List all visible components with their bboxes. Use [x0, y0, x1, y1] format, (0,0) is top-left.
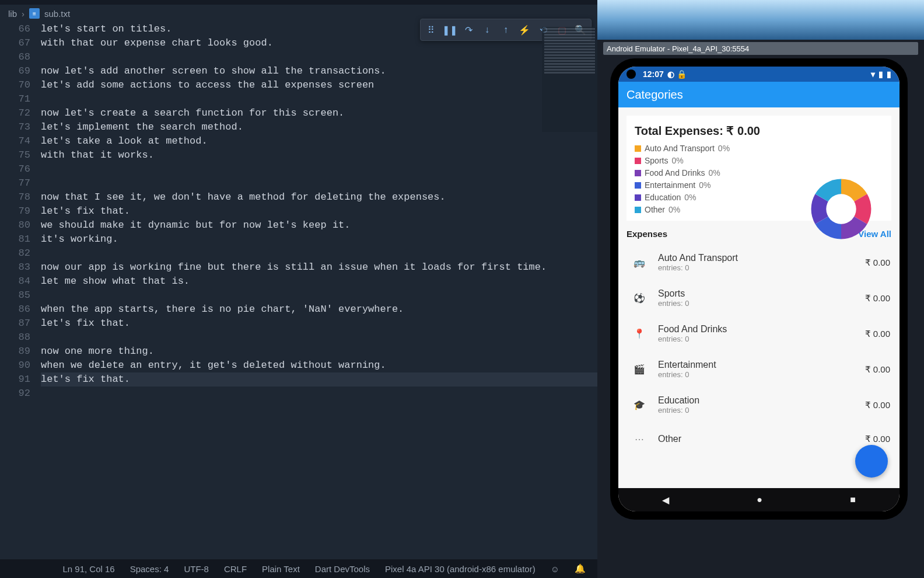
expense-item[interactable]: ⚽Sportsentries: 0₹ 0.00 [626, 280, 891, 316]
breadcrumb-file[interactable]: sub.txt [44, 9, 70, 19]
line-number: 72 [0, 106, 30, 120]
code-line[interactable]: now that I see it, we don't have a metho… [41, 190, 597, 204]
breadcrumb-folder[interactable]: lib [8, 9, 17, 19]
legend-pct: 0% [709, 168, 720, 177]
expense-amount: ₹ 0.00 [865, 329, 890, 339]
legend-pct: 0% [668, 205, 680, 214]
nav-back-icon[interactable]: ◀ [662, 495, 669, 506]
bell-icon[interactable]: 🔔 [575, 563, 586, 574]
legend-pct: 0% [684, 193, 696, 202]
status-spaces[interactable]: Spaces: 4 [130, 564, 169, 574]
tab-strip [0, 0, 597, 5]
emulator-title: Android Emulator - Pixel_4a_API_30:5554 [607, 44, 749, 53]
debug-icons: ◐ 🔒 [667, 69, 687, 79]
legend-name: Auto And Transport [645, 144, 715, 153]
code-line[interactable]: now let's add another screen to show all… [41, 64, 597, 78]
code-line[interactable] [41, 288, 597, 302]
expense-name: Education [658, 395, 865, 406]
status-ln-col[interactable]: Ln 91, Col 16 [62, 564, 114, 574]
code-line[interactable] [41, 387, 597, 401]
file-icon: ≡ [29, 8, 40, 19]
ball-icon: ⚽ [631, 290, 648, 307]
feedback-icon[interactable]: ☺ [551, 564, 559, 574]
legend-name: Food And Drinks [645, 168, 705, 177]
code-line[interactable]: now let's create a search function for t… [41, 106, 597, 120]
battery-icon: ▮ [887, 69, 891, 79]
step-out-icon[interactable]: ↑ [498, 22, 514, 38]
expense-item[interactable]: 🎓Educationentries: 0₹ 0.00 [626, 387, 891, 423]
fab-add-button[interactable] [855, 445, 888, 478]
expense-item[interactable]: 📍Food And Drinksentries: 0₹ 0.00 [626, 316, 891, 351]
expense-name: Auto And Transport [658, 253, 865, 263]
signal-icon: ▮ [878, 69, 883, 79]
code-line[interactable] [41, 162, 597, 176]
legend-pct: 0% [718, 144, 730, 153]
line-number: 71 [0, 92, 30, 106]
expense-entries: entries: 0 [658, 299, 865, 308]
drag-handle-icon[interactable]: ⠿ [423, 22, 439, 38]
code-line[interactable] [41, 92, 597, 106]
expenses-label: Expenses [626, 229, 667, 239]
line-number: 67 [0, 36, 30, 50]
line-number: 86 [0, 302, 30, 316]
step-over-icon[interactable]: ↷ [460, 22, 477, 38]
code-line[interactable]: when the app starts, there is no pie cha… [41, 302, 597, 316]
line-number: 91 [0, 372, 30, 387]
legend-name: Education [645, 193, 681, 202]
app-content[interactable]: Total Expenses: ₹ 0.00 Auto And Transpor… [618, 107, 900, 488]
status-eol[interactable]: CRLF [224, 564, 247, 574]
school-icon: 🎓 [631, 397, 648, 413]
code-line[interactable]: let's add some actions to access the all… [41, 78, 597, 92]
code-line[interactable]: let's fix that. [41, 204, 597, 218]
line-number: 74 [0, 134, 30, 148]
code-line[interactable]: with that it works. [41, 148, 597, 162]
code-line[interactable] [41, 246, 597, 260]
expense-name: Sports [658, 288, 865, 299]
legend-item: Sports0% [635, 156, 883, 165]
line-number: 82 [0, 246, 30, 260]
code-line[interactable]: let's implement the search method. [41, 120, 597, 134]
code-line[interactable]: let me show what that is. [41, 274, 597, 288]
code-line[interactable]: now one more thing. [41, 344, 597, 358]
line-number: 84 [0, 274, 30, 288]
code-line[interactable]: let's take a look at method. [41, 134, 597, 148]
pause-icon[interactable]: ❚❚ [442, 22, 458, 38]
code-line[interactable]: let's fix that. [41, 316, 597, 330]
line-number: 76 [0, 162, 30, 176]
phone-frame: 12:07 ◐ 🔒 ▾ ▮ ▮ Categories Total Expense… [610, 58, 908, 520]
app-bar: Categories [618, 82, 900, 107]
minimap[interactable] [542, 27, 597, 132]
code-line[interactable]: now our app is working fine but there is… [41, 260, 597, 274]
status-devtools[interactable]: Dart DevTools [315, 564, 370, 574]
donut-chart [806, 174, 876, 244]
code-line[interactable] [41, 330, 597, 344]
status-lang[interactable]: Plain Text [262, 564, 300, 574]
line-number: 90 [0, 358, 30, 372]
expense-item[interactable]: 🚌Auto And Transportentries: 0₹ 0.00 [626, 245, 891, 280]
step-into-icon[interactable]: ↓ [479, 22, 495, 38]
phone-screen[interactable]: 12:07 ◐ 🔒 ▾ ▮ ▮ Categories Total Expense… [618, 67, 900, 511]
nav-home-icon[interactable]: ● [757, 495, 762, 505]
expense-info: Food And Drinksentries: 0 [658, 324, 865, 343]
code-line[interactable]: it's working. [41, 232, 597, 246]
line-number: 78 [0, 190, 30, 204]
nav-recents-icon[interactable]: ■ [850, 495, 856, 505]
hot-reload-icon[interactable]: ⚡ [516, 22, 533, 38]
code-line[interactable]: we should make it dynamic but for now le… [41, 218, 597, 232]
code-line[interactable]: let's fix that. [41, 372, 597, 387]
expense-item[interactable]: ⋯Other₹ 0.00 [626, 423, 891, 455]
line-number: 80 [0, 218, 30, 232]
expense-list[interactable]: 🚌Auto And Transportentries: 0₹ 0.00⚽Spor… [626, 245, 891, 455]
status-device[interactable]: Pixel 4a API 30 (android-x86 emulator) [385, 564, 536, 574]
code-line[interactable] [41, 176, 597, 190]
code-line[interactable]: when we delete an entry, it get's delete… [41, 358, 597, 372]
emulator-title-bar[interactable]: Android Emulator - Pixel_4a_API_30:5554 [603, 42, 918, 55]
camera-cutout-icon [626, 69, 636, 79]
line-number: 81 [0, 232, 30, 246]
expense-item[interactable]: 🎬Entertainmententries: 0₹ 0.00 [626, 351, 891, 387]
status-encoding[interactable]: UTF-8 [184, 564, 209, 574]
code-editor[interactable]: 6667686970717273747576777879808182838485… [0, 22, 597, 559]
status-clock: 12:07 [643, 69, 664, 79]
code-lines[interactable]: let's start on titles.with that our expe… [41, 22, 597, 559]
code-line[interactable] [41, 50, 597, 64]
